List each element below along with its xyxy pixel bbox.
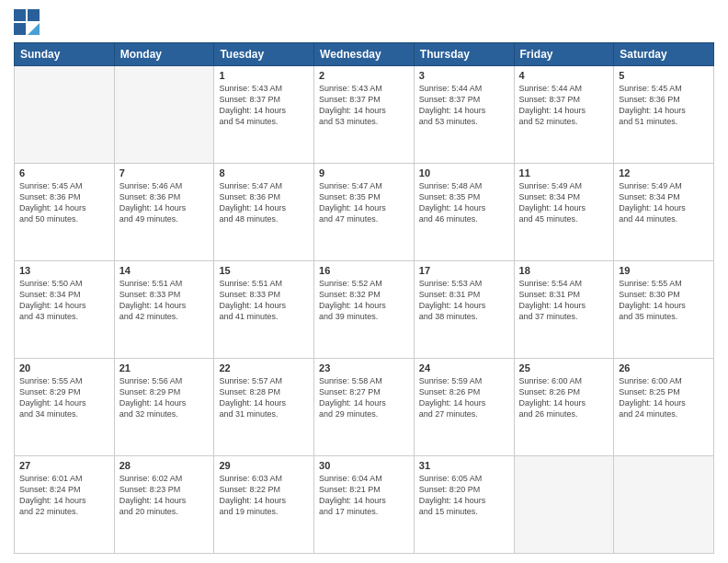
calendar-cell: 21Sunrise: 5:56 AM Sunset: 8:29 PM Dayli… — [114, 359, 214, 456]
day-number: 21 — [119, 362, 210, 373]
day-number: 30 — [319, 460, 409, 471]
calendar-cell: 2Sunrise: 5:43 AM Sunset: 8:37 PM Daylig… — [314, 66, 415, 164]
calendar-cell: 15Sunrise: 5:51 AM Sunset: 8:33 PM Dayli… — [214, 261, 314, 359]
calendar-cell: 23Sunrise: 5:58 AM Sunset: 8:27 PM Dayli… — [314, 359, 415, 456]
day-number: 9 — [319, 167, 409, 178]
day-number: 12 — [619, 167, 709, 178]
day-info: Sunrise: 6:02 AM Sunset: 8:23 PM Dayligh… — [119, 473, 210, 518]
calendar-cell: 26Sunrise: 6:00 AM Sunset: 8:25 PM Dayli… — [614, 359, 714, 456]
calendar-cell: 27Sunrise: 6:01 AM Sunset: 8:24 PM Dayli… — [15, 456, 115, 554]
day-number: 13 — [19, 265, 109, 276]
day-info: Sunrise: 5:57 AM Sunset: 8:28 PM Dayligh… — [219, 375, 309, 420]
day-info: Sunrise: 5:44 AM Sunset: 8:37 PM Dayligh… — [519, 83, 609, 128]
day-header-tuesday: Tuesday — [214, 43, 314, 66]
day-number: 29 — [219, 460, 309, 471]
calendar-cell: 11Sunrise: 5:49 AM Sunset: 8:34 PM Dayli… — [514, 164, 614, 261]
calendar-cell: 1Sunrise: 5:43 AM Sunset: 8:37 PM Daylig… — [214, 66, 314, 164]
week-row-3: 13Sunrise: 5:50 AM Sunset: 8:34 PM Dayli… — [15, 261, 714, 359]
day-info: Sunrise: 5:50 AM Sunset: 8:34 PM Dayligh… — [19, 278, 109, 323]
day-info: Sunrise: 5:53 AM Sunset: 8:31 PM Dayligh… — [419, 278, 509, 323]
logo-icon — [14, 9, 40, 35]
day-number: 31 — [419, 460, 509, 471]
day-info: Sunrise: 6:00 AM Sunset: 8:26 PM Dayligh… — [519, 375, 609, 420]
calendar-cell: 7Sunrise: 5:46 AM Sunset: 8:36 PM Daylig… — [114, 164, 214, 261]
day-info: Sunrise: 5:49 AM Sunset: 8:34 PM Dayligh… — [519, 180, 609, 225]
day-info: Sunrise: 6:05 AM Sunset: 8:20 PM Dayligh… — [419, 473, 509, 518]
day-info: Sunrise: 5:55 AM Sunset: 8:30 PM Dayligh… — [619, 278, 709, 323]
day-number: 25 — [519, 362, 609, 373]
calendar-cell — [114, 66, 214, 164]
day-info: Sunrise: 5:45 AM Sunset: 8:36 PM Dayligh… — [619, 83, 709, 128]
calendar-cell: 18Sunrise: 5:54 AM Sunset: 8:31 PM Dayli… — [514, 261, 614, 359]
calendar-cell: 13Sunrise: 5:50 AM Sunset: 8:34 PM Dayli… — [15, 261, 115, 359]
calendar: SundayMondayTuesdayWednesdayThursdayFrid… — [14, 42, 714, 554]
day-header-thursday: Thursday — [414, 43, 514, 66]
day-number: 18 — [519, 265, 609, 276]
calendar-cell — [514, 456, 614, 554]
calendar-cell: 6Sunrise: 5:45 AM Sunset: 8:36 PM Daylig… — [15, 164, 115, 261]
svg-rect-1 — [28, 9, 40, 21]
day-info: Sunrise: 5:55 AM Sunset: 8:29 PM Dayligh… — [19, 375, 109, 420]
calendar-cell: 31Sunrise: 6:05 AM Sunset: 8:20 PM Dayli… — [414, 456, 514, 554]
day-number: 3 — [419, 70, 509, 81]
day-info: Sunrise: 5:46 AM Sunset: 8:36 PM Dayligh… — [119, 180, 210, 225]
day-number: 4 — [519, 70, 609, 81]
day-number: 22 — [219, 362, 309, 373]
day-number: 14 — [119, 265, 210, 276]
calendar-cell: 17Sunrise: 5:53 AM Sunset: 8:31 PM Dayli… — [414, 261, 514, 359]
page: SundayMondayTuesdayWednesdayThursdayFrid… — [0, 0, 728, 563]
day-info: Sunrise: 5:43 AM Sunset: 8:37 PM Dayligh… — [219, 83, 309, 128]
day-info: Sunrise: 5:43 AM Sunset: 8:37 PM Dayligh… — [319, 83, 409, 128]
day-number: 5 — [619, 70, 709, 81]
day-number: 16 — [319, 265, 409, 276]
day-info: Sunrise: 5:51 AM Sunset: 8:33 PM Dayligh… — [219, 278, 309, 323]
day-info: Sunrise: 6:01 AM Sunset: 8:24 PM Dayligh… — [19, 473, 109, 518]
calendar-cell: 28Sunrise: 6:02 AM Sunset: 8:23 PM Dayli… — [114, 456, 214, 554]
day-number: 10 — [419, 167, 509, 178]
calendar-cell: 4Sunrise: 5:44 AM Sunset: 8:37 PM Daylig… — [514, 66, 614, 164]
calendar-cell: 30Sunrise: 6:04 AM Sunset: 8:21 PM Dayli… — [314, 456, 415, 554]
day-info: Sunrise: 5:56 AM Sunset: 8:29 PM Dayligh… — [119, 375, 210, 420]
day-number: 8 — [219, 167, 309, 178]
day-info: Sunrise: 5:59 AM Sunset: 8:26 PM Dayligh… — [419, 375, 509, 420]
day-info: Sunrise: 5:48 AM Sunset: 8:35 PM Dayligh… — [419, 180, 509, 225]
day-info: Sunrise: 5:58 AM Sunset: 8:27 PM Dayligh… — [319, 375, 409, 420]
svg-marker-3 — [28, 23, 40, 35]
calendar-cell: 14Sunrise: 5:51 AM Sunset: 8:33 PM Dayli… — [114, 261, 214, 359]
day-info: Sunrise: 5:47 AM Sunset: 8:36 PM Dayligh… — [219, 180, 309, 225]
day-info: Sunrise: 6:03 AM Sunset: 8:22 PM Dayligh… — [219, 473, 309, 518]
week-row-4: 20Sunrise: 5:55 AM Sunset: 8:29 PM Dayli… — [15, 359, 714, 456]
day-info: Sunrise: 5:54 AM Sunset: 8:31 PM Dayligh… — [519, 278, 609, 323]
day-info: Sunrise: 5:44 AM Sunset: 8:37 PM Dayligh… — [419, 83, 509, 128]
day-number: 11 — [519, 167, 609, 178]
calendar-cell: 5Sunrise: 5:45 AM Sunset: 8:36 PM Daylig… — [614, 66, 714, 164]
calendar-cell: 12Sunrise: 5:49 AM Sunset: 8:34 PM Dayli… — [614, 164, 714, 261]
day-number: 7 — [119, 167, 210, 178]
day-number: 15 — [219, 265, 309, 276]
day-number: 17 — [419, 265, 509, 276]
day-header-sunday: Sunday — [15, 43, 115, 66]
calendar-cell: 25Sunrise: 6:00 AM Sunset: 8:26 PM Dayli… — [514, 359, 614, 456]
day-info: Sunrise: 5:51 AM Sunset: 8:33 PM Dayligh… — [119, 278, 210, 323]
calendar-cell: 8Sunrise: 5:47 AM Sunset: 8:36 PM Daylig… — [214, 164, 314, 261]
week-row-1: 1Sunrise: 5:43 AM Sunset: 8:37 PM Daylig… — [15, 66, 714, 164]
day-number: 24 — [419, 362, 509, 373]
svg-rect-0 — [14, 9, 26, 21]
day-info: Sunrise: 5:45 AM Sunset: 8:36 PM Dayligh… — [19, 180, 109, 225]
svg-rect-2 — [14, 23, 26, 35]
day-number: 23 — [319, 362, 409, 373]
calendar-cell: 16Sunrise: 5:52 AM Sunset: 8:32 PM Dayli… — [314, 261, 415, 359]
day-number: 20 — [19, 362, 109, 373]
day-info: Sunrise: 5:52 AM Sunset: 8:32 PM Dayligh… — [319, 278, 409, 323]
day-number: 2 — [319, 70, 409, 81]
week-row-5: 27Sunrise: 6:01 AM Sunset: 8:24 PM Dayli… — [15, 456, 714, 554]
calendar-cell: 22Sunrise: 5:57 AM Sunset: 8:28 PM Dayli… — [214, 359, 314, 456]
day-header-saturday: Saturday — [614, 43, 714, 66]
day-header-friday: Friday — [514, 43, 614, 66]
day-number: 6 — [19, 167, 109, 178]
calendar-cell: 3Sunrise: 5:44 AM Sunset: 8:37 PM Daylig… — [414, 66, 514, 164]
calendar-cell: 24Sunrise: 5:59 AM Sunset: 8:26 PM Dayli… — [414, 359, 514, 456]
calendar-cell: 9Sunrise: 5:47 AM Sunset: 8:35 PM Daylig… — [314, 164, 415, 261]
day-info: Sunrise: 6:04 AM Sunset: 8:21 PM Dayligh… — [319, 473, 409, 518]
calendar-cell: 20Sunrise: 5:55 AM Sunset: 8:29 PM Dayli… — [15, 359, 115, 456]
